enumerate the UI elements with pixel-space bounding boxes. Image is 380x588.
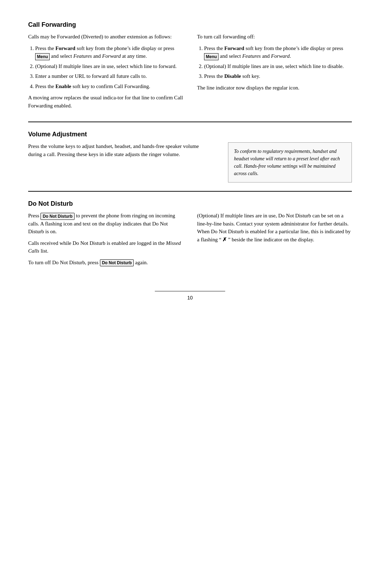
to-step3-bold: Disable — [224, 73, 241, 79]
cf-step-1: Press the Forward soft key from the phon… — [35, 44, 183, 60]
dnd-para3-end: again. — [134, 260, 148, 265]
to-step-3: Press the Disable soft key. — [204, 72, 352, 80]
to-step-2: (Optional) If multiple lines are in use,… — [204, 62, 352, 70]
call-forwarding-section: Call Forwarding Calls may be Forwarded (… — [28, 21, 352, 113]
to-step1-bold: Forward — [224, 45, 245, 51]
cf-step2-text: (Optional) If multiple lines are in use,… — [35, 63, 177, 69]
do-not-disturb-section: Do Not Disturb Press Do Not Disturb to p… — [28, 200, 352, 270]
cf-step4-text: Press the Enable soft key to confirm Cal… — [35, 83, 150, 89]
do-not-disturb-title: Do Not Disturb — [28, 200, 352, 208]
call-forwarding-left-col: Calls may be Forwarded (Diverted) to ano… — [28, 33, 183, 113]
menu-key-2: Menu — [204, 53, 218, 60]
dnd-two-col: Press Do Not Disturb to prevent the phon… — [28, 212, 352, 270]
volume-body: Press the volume keys to adjust handset,… — [28, 142, 214, 158]
dnd-para2-after: list. — [39, 248, 49, 254]
call-forwarding-steps: Press the Forward soft key from the phon… — [35, 44, 183, 91]
call-forwarding-two-col: Calls may be Forwarded (Diverted) to ano… — [28, 33, 352, 113]
cf-step-2: (Optional) If multiple lines are in use,… — [35, 62, 183, 70]
to-step1-forward: Forward — [271, 53, 290, 59]
dnd-para1-before: Press — [28, 213, 40, 218]
divider-1 — [28, 122, 352, 122]
dnd-key-2: Do Not Disturb — [100, 259, 134, 266]
cf-step1-forward: Forward — [102, 53, 121, 59]
volume-left-col: Press the volume keys to adjust handset,… — [28, 142, 214, 182]
cf-step4-bold: Enable — [56, 83, 71, 89]
volume-italic-note: To conform to regulatory requirements, h… — [228, 142, 352, 182]
volume-right-col: To conform to regulatory requirements, h… — [228, 142, 352, 182]
to-step-1: Press the Forward soft key from the phon… — [204, 44, 352, 60]
cf-step-4: Press the Enable soft key to confirm Cal… — [35, 82, 183, 91]
page-content: Call Forwarding Calls may be Forwarded (… — [28, 21, 352, 270]
turn-off-steps: Press the Forward soft key from the phon… — [204, 44, 352, 80]
line-indicator-note: The line indicator now displays the regu… — [197, 84, 352, 92]
dnd-para1: Press Do Not Disturb to prevent the phon… — [28, 212, 183, 236]
menu-key-1: Menu — [35, 53, 50, 60]
call-forwarding-right-col: To turn call forwarding off: Press the F… — [197, 33, 352, 113]
dnd-para3-text: To turn off Do Not Disturb, press — [28, 260, 100, 265]
cf-step1-features: Features — [73, 53, 92, 59]
dnd-right-para: (Optional) If multiple lines are in use,… — [197, 212, 352, 243]
to-step1-features: Features — [242, 53, 261, 59]
volume-two-col: Press the volume keys to adjust handset,… — [28, 142, 352, 182]
volume-adjustment-section: Volume Adjustment Press the volume keys … — [28, 131, 352, 182]
page-number: 10 — [187, 295, 193, 301]
call-forwarding-intro: Calls may be Forwarded (Diverted) to ano… — [28, 33, 183, 41]
cf-step1-text1: Press the Forward soft key from the phon… — [35, 45, 174, 59]
to-step3-text: Press the Disable soft key. — [204, 73, 260, 79]
dnd-key-1: Do Not Disturb — [40, 213, 75, 220]
call-forwarding-footer-note: A moving arrow replaces the usual indica… — [28, 94, 183, 110]
volume-adjustment-title: Volume Adjustment — [28, 131, 352, 138]
dnd-left-col: Press Do Not Disturb to prevent the phon… — [28, 212, 183, 270]
dnd-para2-before: Calls received while Do Not Disturb is e… — [28, 240, 166, 246]
turn-off-intro: To turn call forwarding off: — [197, 33, 352, 41]
to-step1-text: Press the Forward soft key from the phon… — [204, 45, 343, 59]
dnd-para3: To turn off Do Not Disturb, press Do Not… — [28, 259, 183, 267]
cf-step-3: Enter a number or URL to forward all fut… — [35, 72, 183, 80]
page-footer: 10 — [155, 291, 225, 301]
dnd-para2: Calls received while Do Not Disturb is e… — [28, 239, 183, 255]
cf-step3-text: Enter a number or URL to forward all fut… — [35, 73, 147, 79]
dnd-right-col: (Optional) If multiple lines are in use,… — [197, 212, 352, 270]
divider-2 — [28, 191, 352, 192]
call-forwarding-title: Call Forwarding — [28, 21, 352, 29]
to-step2-text: (Optional) If multiple lines are in use,… — [204, 63, 344, 69]
cf-step1-bold: Forward — [56, 45, 76, 51]
